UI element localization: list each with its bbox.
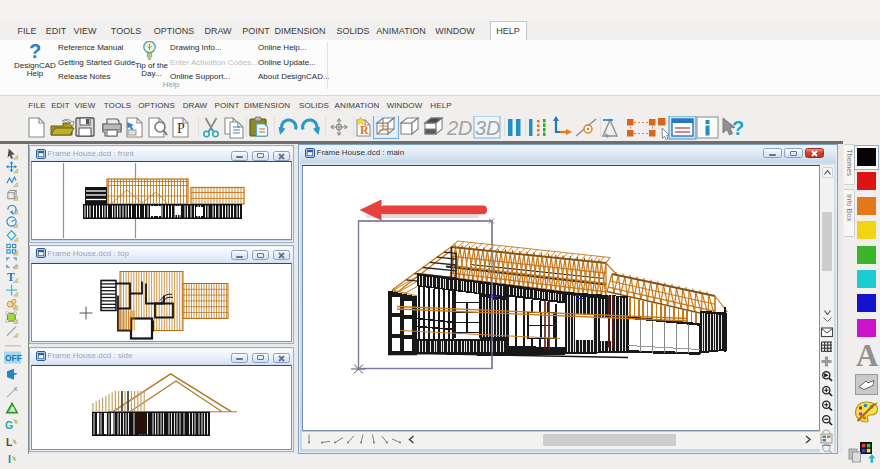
- svg-text:Info Box: Info Box: [845, 194, 854, 222]
